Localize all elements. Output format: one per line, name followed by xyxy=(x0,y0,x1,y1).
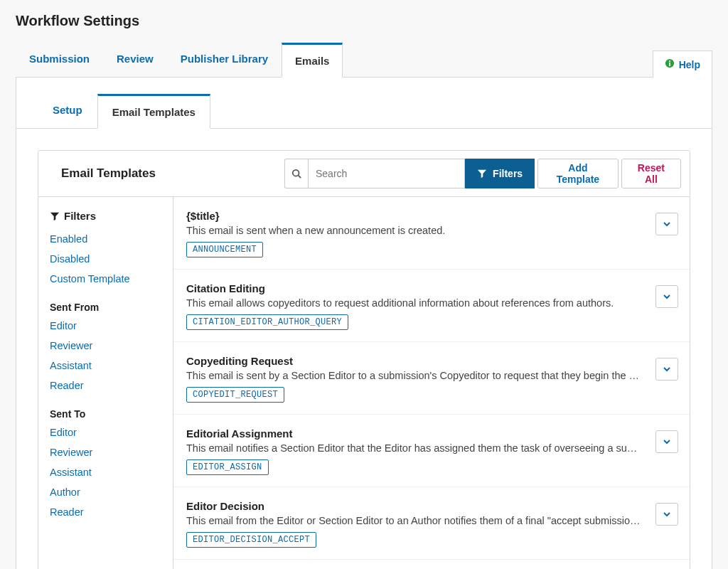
sent-to-assistant[interactable]: Assistant xyxy=(50,462,163,482)
filter-icon xyxy=(50,211,60,221)
filter-custom-template[interactable]: Custom Template xyxy=(50,269,163,289)
toolbar: Email Templates Filters Add Template Res… xyxy=(38,150,690,197)
help-button[interactable]: Help xyxy=(653,50,712,78)
template-description: This email is sent when a new announceme… xyxy=(186,225,641,236)
help-label: Help xyxy=(679,59,700,70)
filters-label: Filters xyxy=(493,168,523,179)
info-icon xyxy=(665,58,675,70)
main-panel: Setup Email Templates Email Templates Fi… xyxy=(16,77,712,569)
chevron-down-icon xyxy=(663,437,671,446)
template-item: Editor DecisionThis email from the Edito… xyxy=(173,487,690,560)
svg-rect-1 xyxy=(669,63,670,66)
sent-to-editor[interactable]: Editor xyxy=(50,422,163,442)
subtab-email-templates[interactable]: Email Templates xyxy=(97,94,210,129)
filter-icon xyxy=(477,169,487,179)
chevron-down-icon xyxy=(663,292,671,301)
template-description: This email is sent by a Section Editor t… xyxy=(186,370,641,381)
expand-button[interactable] xyxy=(655,503,678,526)
svg-rect-2 xyxy=(669,60,670,62)
add-template-button[interactable]: Add Template xyxy=(537,159,619,188)
template-title: Editor Decision xyxy=(186,500,677,512)
template-item: Copyediting RequestThis email is sent by… xyxy=(173,342,690,415)
section-heading: Email Templates xyxy=(50,158,284,189)
template-item: Editorial AssignmentThis email notifies … xyxy=(173,415,690,487)
search-input[interactable] xyxy=(308,159,465,188)
template-code-badge: EDITOR_DECISION_ACCEPT xyxy=(186,532,316,548)
filters-sidebar: Filters Enabled Disabled Custom Template… xyxy=(38,197,173,569)
reset-all-button[interactable]: Reset All xyxy=(621,159,681,188)
search-icon xyxy=(291,169,301,179)
page-title: Workflow Settings xyxy=(16,13,712,29)
filters-heading-text: Filters xyxy=(64,210,96,222)
expand-button[interactable] xyxy=(655,358,678,381)
chevron-down-icon xyxy=(663,365,671,373)
sent-from-assistant[interactable]: Assistant xyxy=(50,356,163,376)
subtab-setup[interactable]: Setup xyxy=(38,93,97,128)
chevron-down-icon xyxy=(663,220,671,228)
sent-to-author[interactable]: Author xyxy=(50,482,163,502)
tab-review[interactable]: Review xyxy=(103,42,167,77)
svg-point-3 xyxy=(293,170,299,176)
sub-tab-row: Setup Email Templates xyxy=(16,78,712,129)
primary-tab-row: Submission Review Publisher Library Emai… xyxy=(16,42,712,77)
expand-button[interactable] xyxy=(655,430,678,453)
expand-button[interactable] xyxy=(655,285,678,308)
filter-enabled[interactable]: Enabled xyxy=(50,229,163,249)
template-code-badge: COPYEDIT_REQUEST xyxy=(186,387,284,403)
tab-publisher-library[interactable]: Publisher Library xyxy=(167,42,282,77)
sent-from-editor[interactable]: Editor xyxy=(50,316,163,336)
template-title: {$title} xyxy=(186,210,677,222)
template-code-badge: ANNOUNCEMENT xyxy=(186,242,263,257)
sent-to-heading: Sent To xyxy=(50,408,163,420)
template-title: Editorial Assignment xyxy=(186,427,677,440)
search-button[interactable] xyxy=(284,159,308,188)
template-item: {$title}This email is sent when a new an… xyxy=(173,197,690,270)
sent-from-reviewer[interactable]: Reviewer xyxy=(50,336,163,356)
template-list: {$title}This email is sent when a new an… xyxy=(173,197,690,569)
template-description: This email allows copyeditors to request… xyxy=(186,297,641,309)
expand-button[interactable] xyxy=(655,213,678,235)
template-item: Citation EditingThis email allows copyed… xyxy=(173,270,690,342)
filters-button[interactable]: Filters xyxy=(465,159,535,188)
template-code-badge: CITATION_EDITOR_AUTHOR_QUERY xyxy=(186,314,348,330)
sent-to-reader[interactable]: Reader xyxy=(50,502,163,522)
filters-heading: Filters xyxy=(50,210,163,222)
filter-disabled[interactable]: Disabled xyxy=(50,249,163,269)
chevron-down-icon xyxy=(663,510,671,519)
sent-from-heading: Sent From xyxy=(50,302,163,313)
svg-line-4 xyxy=(299,176,301,179)
template-title: Citation Editing xyxy=(186,282,677,294)
tab-submission[interactable]: Submission xyxy=(16,42,103,77)
template-description: This email notifies a Section Editor tha… xyxy=(186,442,641,454)
template-description: This email from the Editor or Section Ed… xyxy=(186,515,641,526)
sent-to-reviewer[interactable]: Reviewer xyxy=(50,442,163,462)
template-code-badge: EDITOR_ASSIGN xyxy=(186,459,269,475)
tab-emails[interactable]: Emails xyxy=(282,43,343,78)
template-title: Copyediting Request xyxy=(186,355,677,367)
sent-from-reader[interactable]: Reader xyxy=(50,376,163,395)
